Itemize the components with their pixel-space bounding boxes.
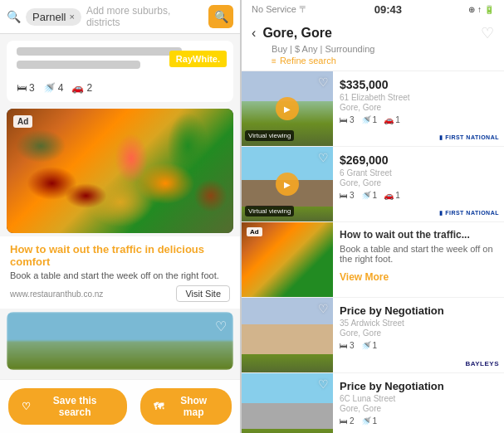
thumb-heart[interactable]: ♡: [318, 151, 329, 164]
ad-title: How to wait out the traffic in delicious…: [10, 243, 230, 268]
favourite-button[interactable]: ♡: [481, 24, 494, 42]
park-feature: 🚗1: [384, 115, 400, 124]
listing-suburb: Gore, Gore: [340, 178, 497, 187]
thumb-heart[interactable]: ♡: [318, 302, 329, 315]
filter-icon: ≡: [272, 56, 276, 66]
raywhite-logo: RayWhite.: [169, 51, 227, 67]
beds-feature: 🛏3: [340, 191, 355, 200]
bottom-bar: ♡ Save this search 🗺 Show map: [0, 379, 240, 433]
ad-footer: www.restauranthub.co.nz Visit Site: [10, 285, 230, 302]
listing-features: 🛏2 🚿1: [340, 416, 497, 426]
location-title: Gore, Gore: [262, 26, 481, 41]
visit-site-button[interactable]: Visit Site: [176, 285, 230, 302]
location-header: ‹ Gore, Gore ♡ Buy | $ Any | Surrounding…: [242, 19, 504, 71]
search-tag[interactable]: Parnell ×: [26, 8, 81, 26]
save-search-button[interactable]: ♡ Save this search: [8, 388, 127, 425]
listing-price: $269,000: [340, 153, 497, 167]
ad-listing-title: How to wait out the traffic...: [340, 229, 497, 241]
beds-feature: 🛏3: [340, 115, 355, 124]
bath-icon: 🚿: [43, 82, 56, 94]
listing-preview-heart[interactable]: ♡: [215, 319, 227, 334]
listing-features: 🛏3 🚿1: [340, 341, 497, 350]
blurred-address: [17, 47, 182, 56]
bed-icon: 🛏: [340, 416, 348, 426]
virtual-badge: Virtual viewing: [245, 130, 294, 141]
listing-address: 61 Elizabeth Street: [340, 93, 497, 102]
listing-preview-image: [7, 312, 233, 370]
back-button[interactable]: ‹: [252, 26, 256, 41]
listing-thumb: ▶ Virtual viewing ♡: [242, 147, 333, 221]
play-button[interactable]: ▶: [276, 97, 299, 120]
thumb-heart[interactable]: ♡: [318, 377, 329, 391]
ad-url: www.restauranthub.co.nz: [10, 289, 103, 299]
refine-search-button[interactable]: ≡ Refine search: [272, 56, 494, 66]
search-icon: 🔍: [7, 10, 21, 23]
play-button[interactable]: ▶: [276, 173, 299, 196]
left-panel: 🔍 Parnell × Add more suburbs, districts …: [0, 0, 240, 433]
refine-search-label: Refine search: [280, 56, 336, 66]
location-nav: ‹ Gore, Gore ♡: [252, 24, 494, 42]
parks-stat: 🚗 2: [71, 82, 92, 94]
car-icon: 🚗: [384, 191, 394, 200]
beds-stat: 🛏 3: [17, 82, 35, 94]
close-tag-button[interactable]: ×: [69, 12, 74, 22]
search-submit-button[interactable]: 🔍: [208, 5, 233, 28]
listing-item[interactable]: ♡ Price by Negotiation 35 Ardwick Street…: [242, 298, 504, 373]
bed-icon: 🛏: [340, 115, 348, 124]
status-bar: No Service 〒 09:43 ⊕ ↑ 🔋: [242, 0, 504, 19]
baths-count: 4: [58, 82, 64, 94]
bath-icon: 🚿: [361, 115, 371, 124]
listing-item[interactable]: ▶ Virtual viewing ♡ $335,000 61 Elizabet…: [242, 71, 504, 147]
bath-feature: 🚿1: [361, 416, 378, 426]
listing-thumb: ♡: [242, 373, 333, 433]
listing-price: Price by Negotiation: [340, 304, 497, 317]
car-icon: 🚗: [384, 115, 394, 124]
firstnational-logo: ▮ first national: [439, 210, 499, 216]
show-map-button[interactable]: 🗺 Show map: [140, 388, 232, 425]
ad-listing-info: How to wait out the traffic... Book a ta…: [333, 222, 504, 297]
listing-card[interactable]: RayWhite. 🛏 3 🚿 4 🚗 2: [7, 41, 233, 102]
beds-count: 3: [29, 82, 35, 94]
network-status: No Service 〒: [252, 3, 308, 16]
listing-address: 6C Luna Street: [340, 394, 497, 403]
firstnational-logo: ▮ first national: [439, 134, 499, 140]
listing-info: Price by Negotiation 35 Ardwick Street G…: [333, 298, 504, 372]
map-icon: 🗺: [154, 401, 164, 412]
listing-suburb: Gore, Gore: [340, 404, 497, 413]
save-search-label: Save this search: [36, 395, 114, 418]
ad-badge: Ad: [13, 115, 32, 128]
bath-icon: 🚿: [361, 191, 371, 200]
bed-icon: 🛏: [17, 82, 27, 94]
bath-feature: 🚿1: [361, 341, 378, 350]
listing-item[interactable]: ♡ Price by Negotiation 6C Luna Street Go…: [242, 373, 504, 433]
listing-thumb: ♡: [242, 298, 333, 372]
listings-list: ▶ Virtual viewing ♡ $335,000 61 Elizabet…: [242, 71, 504, 433]
right-panel: No Service 〒 09:43 ⊕ ↑ 🔋 ‹ Gore, Gore ♡ …: [242, 0, 504, 433]
agency-logo: ▮ first national: [439, 209, 499, 216]
view-more-link[interactable]: View More: [340, 271, 389, 283]
bed-icon: 🛏: [340, 341, 348, 350]
ad-card[interactable]: Ad: [7, 109, 233, 233]
listing-price: $335,000: [340, 78, 497, 91]
heart-save-icon: ♡: [22, 401, 31, 412]
ad-subtitle: Book a table and start the week off on t…: [10, 270, 230, 280]
show-map-label: Show map: [169, 395, 218, 418]
ad-listing-item[interactable]: Ad How to wait out the traffic... Book a…: [242, 222, 504, 298]
listing-address: 35 Ardwick Street: [340, 319, 497, 328]
ad-image: [7, 109, 233, 233]
listing-item[interactable]: ▶ Virtual viewing ♡ $269,000 6 Grant Str…: [242, 147, 504, 222]
search-bar: 🔍 Parnell × Add more suburbs, districts …: [0, 0, 240, 34]
thumb-heart[interactable]: ♡: [318, 75, 329, 89]
listing-suburb: Gore, Gore: [340, 328, 497, 338]
bath-icon: 🚿: [361, 341, 371, 350]
parks-count: 2: [86, 82, 92, 94]
beds-feature: 🛏3: [340, 341, 355, 350]
listing-info: $335,000 61 Elizabeth Street Gore, Gore …: [333, 71, 504, 146]
search-tag-label: Parnell: [32, 11, 66, 23]
beds-feature: 🛏2: [340, 416, 355, 426]
park-feature: 🚗1: [384, 191, 400, 200]
food-illustration: [7, 109, 233, 233]
listing-thumb: ▶ Virtual viewing ♡: [242, 71, 333, 146]
listing-info: $269,000 6 Grant Street Gore, Gore 🛏3 🚿1…: [333, 147, 504, 221]
listing-preview[interactable]: ♡: [7, 312, 233, 370]
